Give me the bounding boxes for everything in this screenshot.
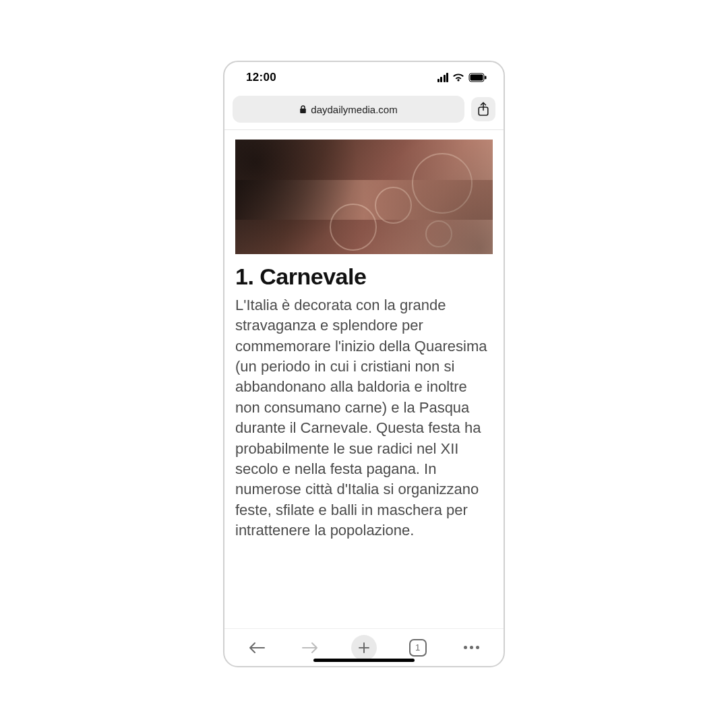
- wifi-icon: [452, 73, 464, 82]
- plus-icon: [358, 642, 370, 654]
- battery-icon: [468, 73, 487, 82]
- tabs-count: 1: [409, 639, 427, 657]
- cellular-signal-icon: [437, 73, 449, 82]
- browser-chrome-top: daydailymedia.com: [224, 93, 504, 130]
- forward-button[interactable]: [295, 633, 325, 663]
- status-bar: 12:00: [224, 62, 504, 93]
- article-heading: 1. Carnevale: [235, 264, 493, 290]
- new-tab-button[interactable]: [349, 633, 379, 663]
- arrow-left-icon: [248, 641, 266, 655]
- article-hero-image: [235, 140, 493, 254]
- arrow-right-icon: [301, 641, 319, 655]
- svg-rect-3: [300, 109, 306, 113]
- share-button[interactable]: [471, 97, 495, 121]
- status-icons: [437, 73, 488, 82]
- tabs-button[interactable]: 1: [403, 633, 433, 663]
- home-indicator[interactable]: [313, 659, 415, 662]
- lock-icon: [299, 105, 307, 114]
- back-button[interactable]: [242, 633, 272, 663]
- phone-frame: 12:00 daydailymedia.com: [223, 61, 505, 667]
- more-icon: [464, 646, 479, 649]
- share-icon: [477, 102, 489, 117]
- page-content[interactable]: 1. Carnevale L'Italia è decorata con la …: [224, 130, 504, 628]
- svg-rect-2: [485, 76, 487, 80]
- status-time: 12:00: [246, 71, 276, 84]
- article-body: L'Italia è decorata con la grande strava…: [235, 295, 493, 541]
- menu-button[interactable]: [456, 633, 486, 663]
- svg-rect-1: [471, 75, 483, 81]
- url-text: daydailymedia.com: [311, 104, 397, 115]
- address-bar[interactable]: daydailymedia.com: [233, 96, 464, 123]
